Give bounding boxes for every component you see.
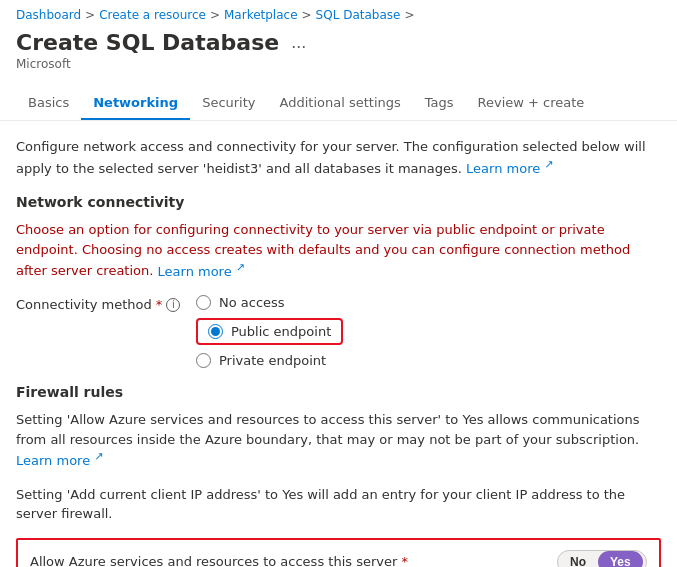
tab-basics[interactable]: Basics [16, 87, 81, 120]
firewall-table: Allow Azure services and resources to ac… [16, 538, 661, 567]
breadcrumb-dashboard[interactable]: Dashboard [16, 8, 81, 22]
breadcrumb-create-resource[interactable]: Create a resource [99, 8, 206, 22]
learn-more-link-2[interactable]: Learn more ↗ [158, 264, 246, 279]
connectivity-row: Connectivity method * i No access Public… [16, 295, 661, 368]
breadcrumb-sep-1: > [85, 8, 95, 22]
toggle-yes-azure-services[interactable]: Yes [598, 551, 643, 567]
option-private-endpoint[interactable]: Private endpoint [196, 353, 343, 368]
firewall-description: Setting 'Allow Azure services and resour… [16, 410, 661, 471]
page-subtitle: Microsoft [16, 57, 661, 71]
required-star-1: * [401, 554, 408, 567]
firewall-section: Firewall rules Setting 'Allow Azure serv… [16, 384, 661, 567]
breadcrumb-sep-3: > [302, 8, 312, 22]
radio-no-access[interactable] [196, 295, 211, 310]
info-icon[interactable]: i [166, 298, 180, 312]
tab-tags[interactable]: Tags [413, 87, 466, 120]
option-no-access[interactable]: No access [196, 295, 343, 310]
radio-public-endpoint[interactable] [208, 324, 223, 339]
firewall-description-2: Setting 'Add current client IP address' … [16, 485, 661, 524]
page-title-text: Create SQL Database [16, 30, 279, 55]
ellipsis-button[interactable]: ... [287, 32, 310, 53]
tab-review-create[interactable]: Review + create [466, 87, 597, 120]
breadcrumb-sep-4: > [404, 8, 414, 22]
page-header: Create SQL Database ... Microsoft [0, 26, 677, 79]
connectivity-warning: Choose an option for configuring connect… [16, 220, 661, 281]
toggle-no-azure-services[interactable]: No [558, 551, 598, 567]
radio-private-endpoint[interactable] [196, 353, 211, 368]
firewall-learn-more-link[interactable]: Learn more ↗ [16, 453, 104, 468]
breadcrumb-marketplace[interactable]: Marketplace [224, 8, 298, 22]
connectivity-label: Connectivity method * i [16, 295, 196, 312]
breadcrumb-sep-2: > [210, 8, 220, 22]
learn-more-link-1[interactable]: Learn more ↗ [466, 161, 554, 176]
required-star: * [156, 297, 163, 312]
network-connectivity-title: Network connectivity [16, 194, 661, 210]
tab-security[interactable]: Security [190, 87, 267, 120]
breadcrumb: Dashboard > Create a resource > Marketpl… [0, 0, 677, 26]
firewall-label-1: Allow Azure services and resources to ac… [30, 553, 557, 567]
tabs: Basics Networking Security Additional se… [0, 87, 677, 121]
toggle-azure-services[interactable]: No Yes [557, 550, 647, 567]
tab-additional-settings[interactable]: Additional settings [268, 87, 413, 120]
breadcrumb-sql-database[interactable]: SQL Database [316, 8, 401, 22]
network-description: Configure network access and connectivit… [16, 137, 661, 178]
connectivity-options: No access Public endpoint Private endpoi… [196, 295, 343, 368]
firewall-title: Firewall rules [16, 384, 661, 400]
option-public-endpoint[interactable]: Public endpoint [196, 318, 343, 345]
main-content: Configure network access and connectivit… [0, 121, 677, 567]
firewall-row-1: Allow Azure services and resources to ac… [18, 540, 659, 567]
tab-networking[interactable]: Networking [81, 87, 190, 120]
